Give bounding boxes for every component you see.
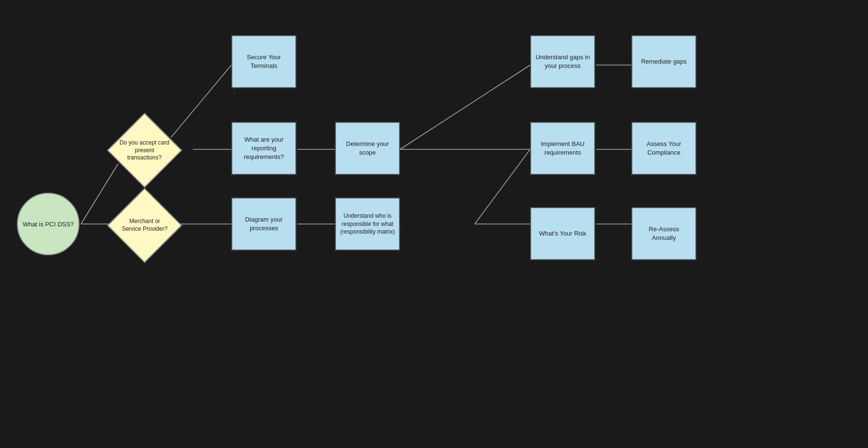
- what-is-pci-node: What is PCI DSS?: [17, 193, 80, 255]
- assess-compliance-node: Assess Your Compliance: [631, 122, 696, 175]
- implement-bau-label: Implement BAU requirements: [535, 140, 590, 157]
- understand-gaps-node: Understand gaps in your process: [530, 35, 595, 88]
- determine-scope-node: Determine your scope: [335, 122, 400, 175]
- diagram-container: What is PCI DSS? Do you accept card pres…: [0, 0, 868, 448]
- svg-line-0: [81, 164, 118, 224]
- understand-who-label: Understand who is responsible for what (…: [340, 212, 395, 236]
- merchant-sp-diamond: Merchant or Service Provider?: [107, 188, 182, 263]
- reporting-reqs-node: What are your reporting requirements?: [231, 122, 296, 175]
- diagram-processes-label: Diagram your processes: [236, 215, 292, 233]
- svg-line-7: [400, 65, 530, 149]
- remediate-gaps-node: Remediate gaps: [631, 35, 696, 88]
- whats-your-risk-node: What's Your Risk: [530, 207, 595, 260]
- implement-bau-node: Implement BAU requirements: [530, 122, 595, 175]
- secure-terminals-label: Secure Your Terminals: [236, 53, 292, 70]
- whats-your-risk-label: What's Your Risk: [539, 229, 587, 238]
- card-present-label: Do you accept card present transactions?: [119, 139, 170, 162]
- understand-gaps-label: Understand gaps in your process: [535, 53, 590, 70]
- reporting-reqs-label: What are your reporting requirements?: [236, 135, 292, 162]
- merchant-sp-label: Merchant or Service Provider?: [119, 218, 170, 233]
- re-assess-node: Re-Assess Annually: [631, 207, 696, 260]
- re-assess-label: Re-Assess Annually: [636, 225, 692, 242]
- remediate-gaps-label: Remediate gaps: [641, 57, 687, 66]
- determine-scope-label: Determine your scope: [340, 140, 395, 157]
- card-present-diamond: Do you accept card present transactions?: [107, 113, 182, 188]
- secure-terminals-node: Secure Your Terminals: [231, 35, 296, 88]
- assess-compliance-label: Assess Your Compliance: [636, 140, 692, 157]
- svg-line-9: [475, 149, 530, 224]
- diagram-processes-node: Diagram your processes: [231, 198, 296, 250]
- understand-who-node: Understand who is responsible for what (…: [335, 198, 400, 250]
- svg-line-2: [171, 65, 231, 137]
- what-is-pci-label: What is PCI DSS?: [23, 221, 74, 228]
